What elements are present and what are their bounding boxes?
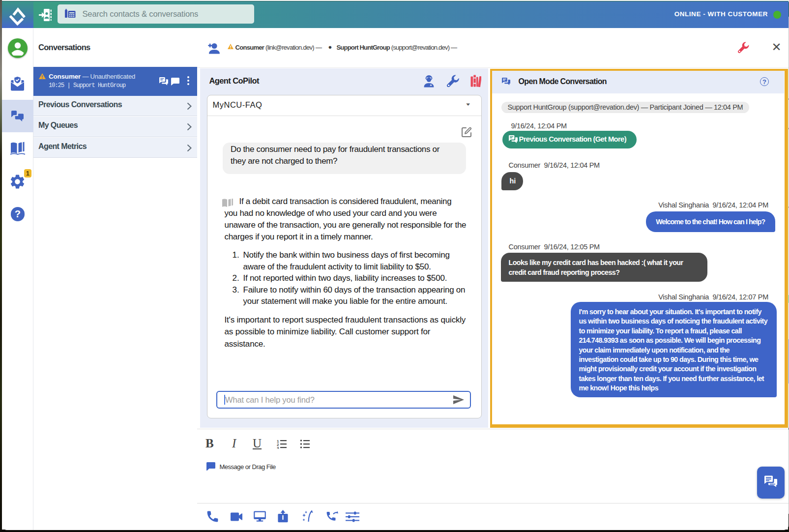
svg-text:3: 3 [277, 445, 279, 449]
